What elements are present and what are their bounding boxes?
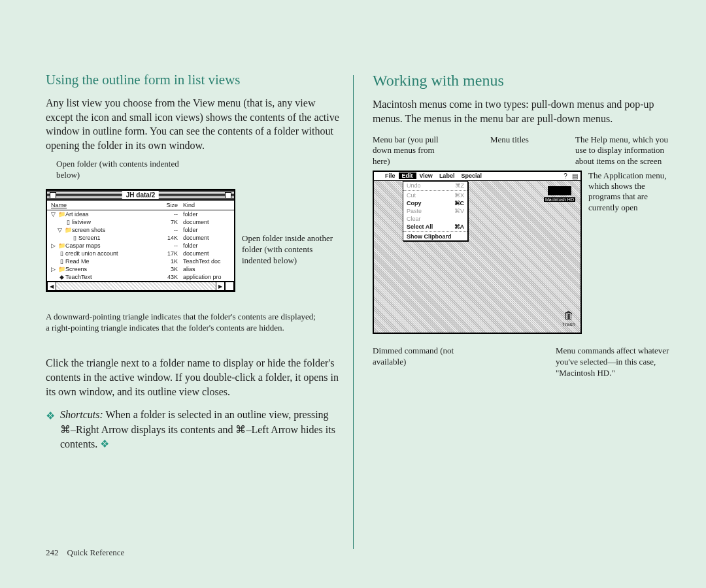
annot-open-inside: Open folder inside another folder (with … bbox=[242, 233, 340, 267]
right-heading: Working with menus bbox=[373, 72, 673, 90]
desktop-figure: File Edit View Label Special ? ▤ Undo⌘ZC… bbox=[373, 171, 582, 334]
table-row[interactable]: ▷📁Screens3Kalias bbox=[47, 265, 234, 273]
finder-list-window: JH data/2 Name Size Kind ▽📁Art ideas--fo… bbox=[46, 189, 235, 292]
callout-affect: Menu commands affect whatever you've sel… bbox=[556, 346, 673, 379]
callout-menubar: Menu bar (you pull down menus from here) bbox=[373, 135, 445, 167]
table-row[interactable]: ▷📁Caspar maps--folder bbox=[47, 242, 234, 250]
finder-titlebar: JH data/2 bbox=[47, 190, 234, 201]
help-menu-icon[interactable]: ? bbox=[561, 172, 570, 180]
table-row[interactable]: ▽📁Art ideas--folder bbox=[47, 210, 234, 218]
col-kind[interactable]: Kind bbox=[178, 202, 230, 208]
scroll-left-icon[interactable]: ◀ bbox=[47, 282, 56, 291]
trash-icon[interactable]: 🗑 Trash bbox=[562, 310, 575, 327]
table-row[interactable]: ◆TeachText43Kapplication pro bbox=[47, 273, 234, 281]
table-row[interactable]: ▯credit union account17Kdocument bbox=[47, 250, 234, 257]
menu-file[interactable]: File bbox=[382, 172, 399, 179]
window-title: JH data/2 bbox=[122, 191, 159, 199]
menu-edit[interactable]: Edit bbox=[399, 172, 416, 179]
application-menu-icon[interactable]: ▤ bbox=[570, 172, 579, 180]
finder-scrollbar[interactable]: ◀ ▶ bbox=[47, 282, 234, 291]
right-column: Working with menus Macintosh menus come … bbox=[356, 72, 673, 451]
callout-appmenu: The Application menu, which shows the pr… bbox=[588, 171, 670, 213]
scroll-track[interactable] bbox=[56, 282, 216, 291]
callout-dimmed: Dimmed command (not available) bbox=[373, 346, 471, 379]
menu-item: Clear bbox=[403, 215, 467, 223]
menu-item: Undo⌘Z bbox=[403, 182, 467, 189]
diamond-icon: ❖ bbox=[100, 438, 109, 449]
grow-box-icon[interactable] bbox=[225, 282, 234, 291]
finder-body: ▽📁Art ideas--folder▯listview7Kdocument▽📁… bbox=[47, 210, 234, 282]
page-footer: 242 Quick Reference bbox=[46, 547, 124, 558]
table-row[interactable]: ▯Screen114Kdocument bbox=[47, 234, 234, 242]
left-para-1: Any list view you choose from the View m… bbox=[46, 96, 340, 152]
trash-label: Trash bbox=[562, 321, 575, 327]
callout-titles: Menu titles bbox=[490, 135, 543, 167]
menu-item: Cut⌘X bbox=[403, 191, 467, 199]
annot-open-folder: Open folder (with contents indented belo… bbox=[56, 159, 187, 181]
zoom-box-icon[interactable] bbox=[225, 192, 231, 199]
scroll-right-icon[interactable]: ▶ bbox=[216, 282, 225, 291]
left-heading: Using the outline form in list views bbox=[46, 72, 340, 88]
shortcuts-block: ❖ Shortcuts: When a folder is selected i… bbox=[46, 408, 340, 451]
menu-view[interactable]: View bbox=[416, 172, 436, 179]
diamond-icon: ❖ bbox=[46, 409, 55, 423]
menu-special[interactable]: Special bbox=[458, 172, 485, 179]
macintosh-hd-icon[interactable]: Macintosh HD bbox=[543, 186, 577, 203]
right-para-1: Macintosh menus come in two types: pull-… bbox=[373, 97, 673, 125]
right-figure: Menu bar (you pull down menus from here)… bbox=[373, 135, 673, 378]
hd-label: Macintosh HD bbox=[544, 197, 575, 202]
menu-item[interactable]: Show Clipboard bbox=[403, 233, 467, 240]
menu-item[interactable]: Copy⌘C bbox=[403, 199, 467, 207]
menubar: File Edit View Label Special ? ▤ bbox=[374, 172, 580, 181]
menu-item[interactable]: Select All⌘A bbox=[403, 223, 467, 231]
menu-item: Paste⌘V bbox=[403, 207, 467, 215]
page-number: 242 bbox=[46, 547, 59, 557]
shortcuts-label: Shortcuts: bbox=[60, 409, 103, 420]
annot-triangle: A downward-pointing triangle indicates t… bbox=[46, 312, 320, 334]
menu-label[interactable]: Label bbox=[436, 172, 458, 179]
left-para-2: Click the triangle next to a folder name… bbox=[46, 356, 340, 399]
table-row[interactable]: ▽📁screen shots--folder bbox=[47, 226, 234, 234]
close-box-icon[interactable] bbox=[50, 192, 56, 199]
table-row[interactable]: ▯listview7Kdocument bbox=[47, 218, 234, 226]
col-name[interactable]: Name bbox=[51, 202, 152, 208]
finder-column-header: Name Size Kind bbox=[47, 201, 234, 210]
edit-menu-dropdown: Undo⌘ZCut⌘XCopy⌘CPaste⌘VClearSelect All⌘… bbox=[403, 181, 468, 241]
col-size[interactable]: Size bbox=[152, 202, 178, 208]
table-row[interactable]: ▯Read Me1KTeachText doc bbox=[47, 257, 234, 265]
callout-help: The Help menu, which you use to display … bbox=[575, 135, 673, 167]
footer-title: Quick Reference bbox=[67, 547, 125, 557]
left-column: Using the outline form in list views Any… bbox=[46, 72, 356, 451]
